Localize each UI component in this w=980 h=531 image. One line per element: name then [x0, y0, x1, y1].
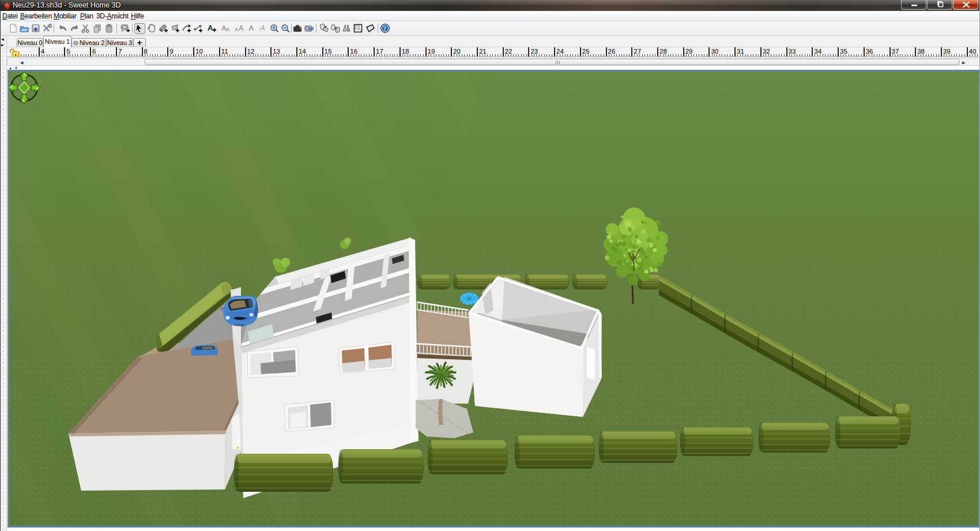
svg-text:?: ? — [383, 25, 387, 32]
svg-text:A: A — [226, 27, 230, 32]
svg-text:A: A — [239, 24, 244, 32]
svg-text:A: A — [248, 24, 254, 32]
svg-text:A: A — [235, 27, 239, 32]
svg-text:A: A — [259, 24, 265, 32]
svg-text:A: A — [208, 24, 213, 32]
